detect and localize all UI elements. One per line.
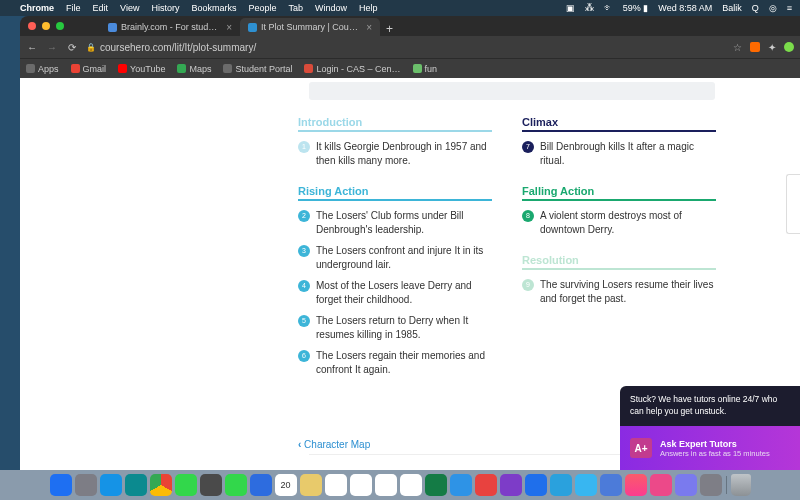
reload-button[interactable]: ⟳	[66, 42, 78, 53]
tab-label: Brainly.com - For students. By	[121, 22, 218, 32]
menu-people[interactable]: People	[248, 3, 276, 13]
dock-app-appstore[interactable]	[250, 474, 272, 496]
user-name[interactable]: Balik	[722, 3, 742, 13]
dock-app-photos[interactable]	[350, 474, 372, 496]
wifi-icon[interactable]: ᯤ	[604, 3, 613, 13]
dock-app-notes[interactable]	[300, 474, 322, 496]
dock-app-powerpoint[interactable]	[475, 474, 497, 496]
bookmark-fun[interactable]: fun	[413, 64, 438, 74]
menu-help[interactable]: Help	[359, 3, 378, 13]
dock-app-launchpad[interactable]	[75, 474, 97, 496]
menu-edit[interactable]: Edit	[93, 3, 109, 13]
dock-app-generic3[interactable]	[675, 474, 697, 496]
dock-app-zoom[interactable]	[525, 474, 547, 496]
dock-app-safari[interactable]	[100, 474, 122, 496]
window-titlebar: Brainly.com - For students. By × It Plot…	[20, 16, 800, 36]
control-center-icon[interactable]: ▣	[566, 3, 575, 13]
plot-text: A violent storm destroys most of downtow…	[540, 209, 716, 236]
plot-text: Bill Denbrough kills It after a magic ri…	[540, 140, 716, 167]
tab-close-icon[interactable]: ×	[226, 22, 232, 33]
dock-app-calendar[interactable]: 20	[275, 474, 297, 496]
battery-status[interactable]: 59% ▮	[623, 3, 649, 13]
aplus-badge-icon: A+	[630, 438, 652, 458]
favicon-icon	[248, 23, 257, 32]
dock-app-skype[interactable]	[575, 474, 597, 496]
dock-app-onenote[interactable]	[500, 474, 522, 496]
url-text: coursehero.com/lit/It/plot-summary/	[100, 42, 256, 53]
menu-tab[interactable]: Tab	[288, 3, 303, 13]
section-falling-action: Falling Action 8A violent storm destroys…	[522, 185, 716, 236]
dock-app-pages[interactable]	[400, 474, 422, 496]
dock-app-generic2[interactable]	[650, 474, 672, 496]
grid-icon	[26, 64, 35, 73]
notification-center-icon[interactable]: ≡	[787, 3, 792, 13]
menu-history[interactable]: History	[151, 3, 179, 13]
ask-expert-tutors-cta[interactable]: A+ Ask Expert Tutors Answers in as fast …	[620, 426, 800, 470]
section-introduction: Introduction 1It kills Georgie Denbrough…	[298, 116, 492, 167]
bookmark-youtube[interactable]: YouTube	[118, 64, 165, 74]
maps-icon	[177, 64, 186, 73]
section-title: Resolution	[522, 254, 716, 270]
macos-menubar: Chrome File Edit View History Bookmarks …	[0, 0, 800, 16]
menu-file[interactable]: File	[66, 3, 81, 13]
tab-coursehero[interactable]: It Plot Summary | Course Hero ×	[240, 18, 380, 36]
plot-text: The Losers confront and injure It in its…	[316, 244, 492, 271]
section-title: Falling Action	[522, 185, 716, 201]
menu-bookmarks[interactable]: Bookmarks	[191, 3, 236, 13]
prev-link-character-map[interactable]: Character Map	[298, 439, 370, 450]
dock-app-facetime[interactable]	[225, 474, 247, 496]
dock-app-preview[interactable]	[375, 474, 397, 496]
dock-app-finder[interactable]	[50, 474, 72, 496]
profile-avatar[interactable]	[784, 42, 794, 52]
dock-app-word[interactable]	[450, 474, 472, 496]
step-badge: 5	[298, 315, 310, 327]
bluetooth-icon[interactable]: ⁂	[585, 3, 594, 13]
menu-view[interactable]: View	[120, 3, 139, 13]
bookmark-gmail[interactable]: Gmail	[71, 64, 107, 74]
clock[interactable]: Wed 8:58 AM	[658, 3, 712, 13]
spotlight-icon[interactable]: Q	[752, 3, 759, 13]
step-badge: 6	[298, 350, 310, 362]
dock-app-reminders[interactable]	[325, 474, 347, 496]
bookmark-star-icon[interactable]: ☆	[733, 42, 742, 53]
siri-icon[interactable]: ◎	[769, 3, 777, 13]
bookmark-login-cas[interactable]: Login - CAS – Cen…	[304, 64, 400, 74]
dock-app-messages[interactable]	[175, 474, 197, 496]
bookmark-apps[interactable]: Apps	[26, 64, 59, 74]
menu-window[interactable]: Window	[315, 3, 347, 13]
extension-icon[interactable]	[750, 42, 760, 52]
window-minimize-button[interactable]	[42, 22, 50, 30]
bookmark-maps[interactable]: Maps	[177, 64, 211, 74]
forward-button[interactable]: →	[46, 42, 58, 53]
app-name[interactable]: Chrome	[20, 3, 54, 13]
feedback-side-tab[interactable]	[786, 174, 800, 234]
bookmark-student-portal[interactable]: Student Portal	[223, 64, 292, 74]
chrome-window: Brainly.com - For students. By × It Plot…	[20, 16, 800, 470]
window-zoom-button[interactable]	[56, 22, 64, 30]
dock-app-excel[interactable]	[425, 474, 447, 496]
dock-app-edge[interactable]	[125, 474, 147, 496]
macos-dock: 20	[0, 470, 800, 500]
extensions-menu-icon[interactable]: ✦	[768, 42, 776, 53]
step-badge: 3	[298, 245, 310, 257]
dock-app-generic[interactable]	[200, 474, 222, 496]
dock-app-discord[interactable]	[600, 474, 622, 496]
plot-text: The Losers regain their memories and con…	[316, 349, 492, 376]
dock-app-chrome[interactable]	[150, 474, 172, 496]
dock-app-telegram[interactable]	[550, 474, 572, 496]
fun-icon	[413, 64, 422, 73]
youtube-icon	[118, 64, 127, 73]
dock-trash[interactable]	[731, 474, 751, 496]
dock-app-music[interactable]	[625, 474, 647, 496]
tab-close-icon[interactable]: ×	[366, 22, 372, 33]
bookmarks-bar: Apps Gmail YouTube Maps Student Portal L…	[20, 58, 800, 78]
new-tab-button[interactable]: +	[380, 22, 399, 36]
window-close-button[interactable]	[28, 22, 36, 30]
back-button[interactable]: ←	[26, 42, 38, 53]
url-field[interactable]: 🔒 coursehero.com/lit/It/plot-summary/	[86, 42, 725, 53]
gmail-icon	[71, 64, 80, 73]
step-badge: 9	[522, 279, 534, 291]
section-climax: Climax 7Bill Denbrough kills It after a …	[522, 116, 716, 167]
tab-brainly[interactable]: Brainly.com - For students. By ×	[100, 18, 240, 36]
dock-app-settings[interactable]	[700, 474, 722, 496]
